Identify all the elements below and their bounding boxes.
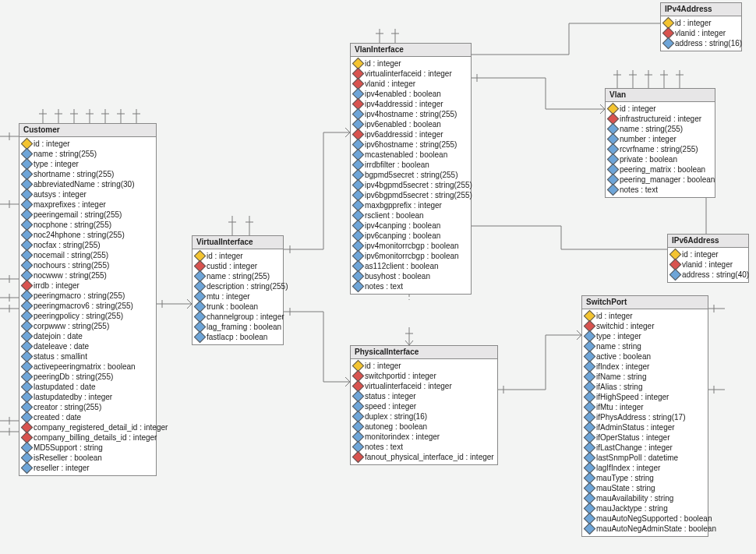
col-icon <box>194 331 207 344</box>
attribute-text: abbreviatedName : string(30) <box>34 179 135 189</box>
attribute-text: ifPhysAddress : string(17) <box>596 412 686 422</box>
attribute-row: vlanid : integer <box>671 259 745 270</box>
attribute-row: monitorindex : integer <box>354 432 494 442</box>
attribute-row: ipv4canping : boolean <box>354 221 468 231</box>
attribute-row: address : string(40) <box>671 270 745 280</box>
attribute-row: company_billing_details_id : integer <box>23 432 153 443</box>
attribute-row: autoneg : boolean <box>354 422 494 432</box>
entity-ipv6address: IPv6Address id : integervlanid : integer… <box>667 234 749 283</box>
attribute-text: channelgroup : integer <box>207 312 284 322</box>
attribute-text: mauType : string <box>596 473 654 483</box>
attribute-row: speed : integer <box>354 401 494 411</box>
attribute-row: fastlacp : boolean <box>196 332 280 342</box>
entity-title: SwitchPort <box>582 296 708 309</box>
col-icon <box>21 462 34 475</box>
entity-attrs: id : integercustid : integername : strin… <box>193 249 283 344</box>
attribute-row: notes : text <box>354 442 494 452</box>
col-icon <box>607 184 620 196</box>
attribute-row: MD5Support : string <box>23 443 153 453</box>
entity-title: IPv4Address <box>661 3 741 16</box>
attribute-text: id : integer <box>675 18 712 28</box>
attribute-text: ipv6canping : boolean <box>365 231 440 241</box>
attribute-row: duplex : string(16) <box>354 411 494 422</box>
attribute-row: mauJacktype : string <box>585 503 705 513</box>
entity-customer: Customer id : integername : string(255)t… <box>19 123 157 476</box>
entity-attrs: id : integervlanid : integeraddress : st… <box>668 248 748 282</box>
attribute-text: trunk : boolean <box>207 302 258 312</box>
attribute-row: type : integer <box>23 159 153 169</box>
attribute-row: number : integer <box>609 134 712 144</box>
attribute-row: ipv6enabled : boolean <box>354 119 468 129</box>
col-icon <box>584 523 596 535</box>
attribute-row: type : integer <box>585 331 705 341</box>
attribute-text: peeringmacro : string(255) <box>34 291 125 301</box>
attribute-text: id : integer <box>596 311 633 321</box>
attribute-text: ipv4hostname : string(255) <box>365 109 457 119</box>
attribute-row: shortname : string(255) <box>23 169 153 179</box>
attribute-text: mtu : integer <box>207 291 250 302</box>
attribute-row: ifAlias : string <box>585 382 705 392</box>
attribute-text: infrastructureid : integer <box>620 114 701 124</box>
attribute-row: fanout_physical_interface_id : integer <box>354 452 494 462</box>
attribute-row: switchid : integer <box>585 321 705 331</box>
attribute-row: peering_manager : boolean <box>609 175 712 185</box>
attribute-text: speed : integer <box>365 401 416 411</box>
attribute-text: id : integer <box>620 104 656 114</box>
attribute-row: name : string(255) <box>196 271 280 281</box>
attribute-row: id : integer <box>354 58 468 69</box>
attribute-row: lagIfIndex : integer <box>585 463 705 473</box>
entity-attrs: id : integerinfrastructureid : integerna… <box>606 102 715 197</box>
entity-title: VirtualInterface <box>193 236 283 249</box>
attribute-text: virtualinterfaceid : integer <box>365 381 452 391</box>
entity-attrs: id : integername : string(255)type : int… <box>19 137 156 475</box>
attribute-row: noc24hphone : string(255) <box>23 230 153 240</box>
attribute-text: fastlacp : boolean <box>207 332 267 342</box>
entity-switchport: SwitchPort id : integerswitchid : intege… <box>581 295 708 537</box>
attribute-row: ipv4monitorrcbgp : boolean <box>354 241 468 251</box>
col-icon <box>669 269 682 281</box>
attribute-text: mcastenabled : boolean <box>365 150 447 160</box>
attribute-text: switchid : integer <box>596 321 654 331</box>
attribute-text: nocphone : string(255) <box>34 220 111 230</box>
attribute-row: isReseller : boolean <box>23 453 153 463</box>
attribute-row: dateleave : date <box>23 341 153 351</box>
fk-icon <box>352 451 365 464</box>
attribute-row: private : boolean <box>609 154 712 164</box>
attribute-row: maxprefixes : integer <box>23 199 153 210</box>
entity-title: IPv6Address <box>668 235 748 248</box>
entity-title: Vlan <box>606 89 715 102</box>
attribute-row: nocwww : string(255) <box>23 270 153 281</box>
attribute-text: maxprefixes : integer <box>34 199 106 210</box>
attribute-text: status : integer <box>365 391 416 401</box>
attribute-text: name : string(255) <box>207 271 270 281</box>
attribute-text: custid : integer <box>207 261 257 271</box>
attribute-text: datejoin : date <box>34 331 83 341</box>
attribute-text: rcvrfname : string(255) <box>620 144 698 154</box>
attribute-row: lastupdated : date <box>23 382 153 392</box>
attribute-text: autsys : integer <box>34 189 87 199</box>
attribute-row: vlanid : integer <box>664 28 738 38</box>
attribute-text: company_billing_details_id : integer <box>34 432 157 443</box>
entity-attrs: id : integervirtualinterfaceid : integer… <box>351 57 471 294</box>
attribute-row: address : string(16) <box>664 38 738 48</box>
attribute-text: ifIndex : integer <box>596 362 649 372</box>
attribute-row: mauState : string <box>585 483 705 493</box>
attribute-row: id : integer <box>664 18 738 28</box>
attribute-text: number : integer <box>620 134 677 144</box>
attribute-text: company_registered_detail_id : integer <box>34 422 168 432</box>
attribute-text: mauJacktype : string <box>596 503 668 513</box>
attribute-text: ipv4enabled : boolean <box>365 89 441 99</box>
attribute-row: rsclient : boolean <box>354 210 468 221</box>
attribute-text: ipv6addressid : integer <box>365 129 443 139</box>
attribute-text: name : string <box>596 341 641 351</box>
attribute-row: ifOperStatus : integer <box>585 432 705 443</box>
attribute-text: activepeeringmatrix : boolean <box>34 362 136 372</box>
attribute-text: monitorindex : integer <box>365 432 440 442</box>
attribute-text: vlanid : integer <box>675 28 726 38</box>
attribute-row: peeringpolicy : string(255) <box>23 311 153 321</box>
attribute-text: dateleave : date <box>34 341 89 351</box>
attribute-text: lag_framing : boolean <box>207 322 281 332</box>
attribute-row: id : integer <box>609 104 712 114</box>
attribute-row: ifMtu : integer <box>585 402 705 412</box>
col-icon <box>352 281 365 293</box>
